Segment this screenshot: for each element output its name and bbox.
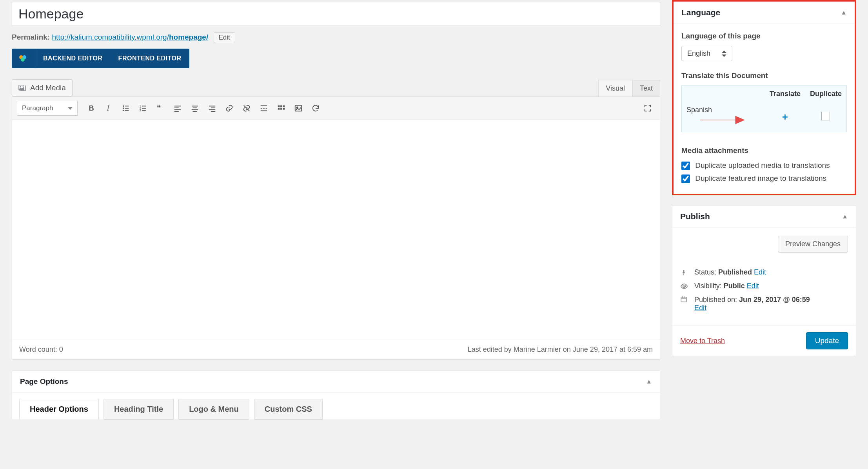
svg-rect-48: [681, 297, 686, 302]
panel-toggle-icon[interactable]: ▲: [646, 378, 652, 385]
bold-button[interactable]: B: [84, 101, 99, 115]
text-tab[interactable]: Text: [632, 80, 660, 96]
svg-point-9: [123, 107, 124, 109]
svg-text:3: 3: [140, 109, 141, 112]
toolbar-toggle-button[interactable]: [274, 101, 289, 115]
svg-rect-46: [683, 273, 684, 275]
align-right-button[interactable]: [205, 101, 220, 115]
language-select[interactable]: English: [681, 46, 732, 61]
select-updown-icon: [722, 51, 726, 57]
svg-rect-20: [174, 106, 181, 107]
tab-header-options[interactable]: Header Options: [19, 399, 99, 420]
move-to-trash-link[interactable]: Move to Trash: [680, 337, 725, 345]
editor-box: Paragraph B I 123 “: [12, 96, 660, 360]
fullscreen-button[interactable]: [640, 101, 655, 115]
svg-rect-28: [209, 106, 216, 107]
svg-rect-29: [211, 107, 216, 108]
svg-point-7: [123, 105, 124, 107]
svg-rect-37: [266, 108, 267, 109]
visual-tab[interactable]: Visual: [598, 80, 632, 96]
svg-rect-10: [125, 108, 129, 109]
dup-featured-image-label: Duplicate featured image to translations: [695, 174, 826, 182]
editor-toolbar: Paragraph B I 123 “: [12, 97, 660, 120]
svg-rect-12: [125, 110, 129, 111]
svg-rect-21: [174, 107, 179, 108]
svg-rect-22: [174, 109, 181, 110]
pin-icon: [680, 269, 689, 276]
media-icon: [18, 84, 26, 92]
dup-featured-image-checkbox[interactable]: [681, 175, 690, 183]
visual-composer-icon[interactable]: [12, 49, 35, 68]
tab-heading-title[interactable]: Heading Title: [104, 399, 174, 420]
language-widget-title: Language: [681, 8, 720, 17]
word-count: Word count: 0: [19, 345, 63, 354]
svg-rect-50: [682, 296, 683, 298]
svg-point-11: [123, 110, 124, 111]
insert-image-button[interactable]: [291, 101, 306, 115]
translation-row: Spanish +: [682, 102, 847, 132]
visibility-edit-link[interactable]: Edit: [747, 282, 759, 290]
widget-toggle-icon[interactable]: ▲: [842, 213, 848, 220]
svg-text:“: “: [157, 104, 161, 113]
tab-logo-menu[interactable]: Logo & Menu: [178, 399, 249, 420]
last-edited: Last edited by Marine Larmier on June 29…: [468, 345, 653, 354]
svg-rect-51: [685, 296, 685, 298]
svg-rect-23: [174, 111, 179, 112]
publish-widget: Publish ▲ Preview Changes Status: Publis…: [672, 205, 856, 356]
svg-rect-27: [193, 111, 197, 112]
svg-rect-8: [125, 106, 129, 107]
format-select[interactable]: Paragraph: [17, 101, 78, 116]
blockquote-button[interactable]: “: [153, 101, 168, 115]
published-edit-link[interactable]: Edit: [694, 304, 706, 312]
caret-down-icon: [68, 107, 73, 110]
svg-rect-33: [261, 105, 267, 106]
backend-editor-button[interactable]: BACKEND EDITOR: [35, 49, 111, 68]
widget-toggle-icon[interactable]: ▲: [841, 9, 847, 16]
dup-uploaded-media-checkbox[interactable]: [681, 162, 690, 170]
editor-canvas[interactable]: [12, 120, 660, 340]
language-widget: Language ▲ Language of this page English…: [672, 0, 856, 195]
svg-rect-31: [211, 111, 216, 112]
svg-text:I: I: [107, 104, 110, 112]
translation-table: Translate Duplicate Spanish +: [681, 85, 847, 132]
italic-button[interactable]: I: [101, 101, 116, 115]
unlink-button[interactable]: [239, 101, 254, 115]
svg-rect-42: [281, 108, 283, 110]
svg-point-4: [20, 86, 21, 87]
duplicate-checkbox[interactable]: [821, 112, 830, 120]
permalink-edit-button[interactable]: Edit: [214, 32, 235, 43]
frontend-editor-button[interactable]: FRONTEND EDITOR: [111, 49, 189, 68]
page-options-panel: Page Options ▲ Header Options Heading Ti…: [12, 371, 660, 420]
calendar-icon: [680, 296, 689, 303]
dup-uploaded-media-label: Duplicate uploaded media to translations: [695, 161, 830, 169]
col-translate: Translate: [765, 86, 805, 102]
svg-point-47: [683, 285, 685, 287]
publish-widget-title: Publish: [680, 212, 710, 221]
add-media-button[interactable]: Add Media: [12, 79, 73, 96]
svg-rect-35: [261, 108, 262, 109]
arrow-annotation: [698, 114, 745, 128]
refresh-button[interactable]: [308, 101, 323, 115]
align-left-button[interactable]: [170, 101, 185, 115]
status-edit-link[interactable]: Edit: [754, 268, 766, 276]
read-more-button[interactable]: [256, 101, 271, 115]
svg-rect-24: [192, 106, 198, 107]
translate-doc-label: Translate this Document: [681, 71, 847, 80]
page-title-input[interactable]: [12, 2, 660, 26]
svg-rect-38: [278, 105, 280, 107]
svg-rect-25: [193, 107, 197, 108]
svg-rect-34: [261, 111, 267, 111]
bullet-list-button[interactable]: [118, 101, 133, 115]
svg-text:B: B: [89, 104, 94, 112]
permalink-link[interactable]: http://kalium.compatibility.wpml.org/hom…: [52, 33, 208, 41]
svg-rect-30: [209, 109, 216, 110]
link-button[interactable]: [222, 101, 237, 115]
align-center-button[interactable]: [187, 101, 202, 115]
numbered-list-button[interactable]: 123: [136, 101, 151, 115]
update-button[interactable]: Update: [806, 332, 848, 349]
svg-rect-26: [192, 109, 198, 110]
tab-custom-css[interactable]: Custom CSS: [254, 399, 323, 420]
add-translation-button[interactable]: +: [782, 111, 788, 123]
preview-changes-button[interactable]: Preview Changes: [778, 236, 848, 253]
media-attachments-label: Media attachments: [681, 146, 847, 155]
